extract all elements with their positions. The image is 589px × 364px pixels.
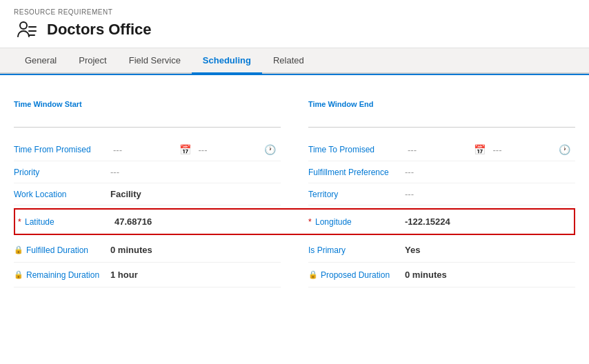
latitude-value: 47.68716: [114, 216, 281, 227]
tab-field-service[interactable]: Field Service: [118, 48, 192, 74]
nav-tabs: General Project Field Service Scheduling…: [0, 48, 589, 74]
fulfilled-duration-label: 🔒 Fulfilled Duration: [14, 245, 110, 255]
tab-general[interactable]: General: [14, 48, 68, 74]
time-window-end-section: Time Window End: [308, 100, 575, 139]
lat-long-highlighted-section: * Latitude 47.68716 * Longitude -122.152…: [14, 208, 575, 235]
time-window-start-label: Time Window Start: [14, 100, 281, 108]
time-to-promised-time: ---: [493, 145, 557, 155]
time-from-promised-date: ---: [113, 145, 177, 155]
lock-icon-proposed: 🔒: [308, 270, 318, 279]
time-to-promised-row: Time To Promised --- 📅 --- 🕐: [308, 139, 575, 161]
time-window-section: Time Window Start Time Window End: [14, 100, 575, 139]
fulfilled-duration-value: 0 minutes: [110, 245, 281, 255]
remaining-duration-label: 🔒 Remaining Duration: [14, 270, 110, 280]
lock-icon-fulfilled: 🔒: [14, 245, 23, 254]
longitude-value: -122.15224: [405, 216, 571, 227]
promised-times-section: Time From Promised --- 📅 --- 🕐 Time To P…: [14, 139, 575, 161]
fulfilled-duration-row: 🔒 Fulfilled Duration 0 minutes: [14, 238, 281, 263]
lock-icon-remaining: 🔒: [14, 270, 23, 279]
time-window-end-label: Time Window End: [308, 100, 575, 108]
is-primary-label: Is Primary: [308, 245, 405, 255]
longitude-row: * Longitude -122.15224: [308, 210, 571, 234]
work-location-section: Work Location Facility Territory ---: [14, 183, 575, 205]
priority-value: ---: [110, 167, 281, 177]
fulfillment-preference-label: Fulfillment Preference: [308, 168, 405, 177]
page-title: Doctors Office: [47, 21, 152, 39]
record-icon: [14, 17, 39, 42]
time-to-promised-date: ---: [408, 145, 471, 155]
calendar-icon-to[interactable]: 📅: [474, 144, 490, 155]
is-primary-row: Is Primary Yes: [308, 238, 575, 263]
time-window-end-input[interactable]: [308, 111, 575, 128]
longitude-required-asterisk: *: [308, 217, 312, 227]
proposed-duration-value: 0 minutes: [405, 270, 575, 280]
work-location-value: Facility: [110, 189, 281, 199]
latitude-row: * Latitude 47.68716: [18, 210, 281, 234]
longitude-label: * Longitude: [308, 217, 405, 227]
clock-icon-to[interactable]: 🕐: [559, 144, 575, 155]
proposed-duration-row: 🔒 Proposed Duration 0 minutes: [308, 263, 575, 287]
clock-icon-from[interactable]: 🕐: [264, 144, 281, 155]
time-from-promised-row: Time From Promised --- 📅 --- 🕐: [14, 139, 281, 161]
resource-label: RESOURCE REQUIREMENT: [14, 8, 575, 16]
svg-point-0: [20, 22, 27, 29]
time-from-promised-label: Time From Promised: [14, 145, 110, 154]
calendar-icon-from[interactable]: 📅: [179, 144, 196, 155]
latitude-label: * Latitude: [18, 217, 114, 227]
territory-label: Territory: [308, 190, 405, 199]
priority-label: Priority: [14, 168, 110, 177]
page-header: RESOURCE REQUIREMENT Doctors Office: [0, 0, 589, 48]
time-window-start-section: Time Window Start: [14, 100, 281, 139]
priority-section: Priority --- Fulfillment Preference ---: [14, 161, 575, 183]
time-from-promised-time: ---: [199, 145, 262, 155]
lat-long-row: * Latitude 47.68716 * Longitude -122.152…: [18, 210, 571, 234]
fulfillment-preference-row: Fulfillment Preference ---: [308, 161, 575, 183]
latitude-required-asterisk: *: [18, 217, 21, 227]
bottom-section: 🔒 Fulfilled Duration 0 minutes Is Primar…: [14, 238, 575, 263]
territory-row: Territory ---: [308, 183, 575, 205]
work-location-label: Work Location: [14, 190, 110, 199]
priority-row: Priority ---: [14, 161, 281, 183]
territory-value: ---: [405, 189, 575, 199]
proposed-duration-label: 🔒 Proposed Duration: [308, 270, 405, 280]
tab-scheduling[interactable]: Scheduling: [192, 48, 262, 74]
content-area: Time Window Start Time Window End Time F…: [0, 86, 589, 301]
bottom-section-2: 🔒 Remaining Duration 1 hour 🔒 Proposed D…: [14, 263, 575, 287]
tab-related[interactable]: Related: [262, 48, 315, 74]
time-window-start-input[interactable]: [14, 111, 281, 128]
time-to-promised-label: Time To Promised: [308, 145, 405, 154]
remaining-duration-value: 1 hour: [110, 270, 281, 280]
tab-project[interactable]: Project: [68, 48, 117, 74]
is-primary-value: Yes: [405, 245, 575, 255]
remaining-duration-row: 🔒 Remaining Duration 1 hour: [14, 263, 281, 287]
fulfillment-preference-value: ---: [405, 167, 575, 177]
work-location-row: Work Location Facility: [14, 183, 281, 205]
